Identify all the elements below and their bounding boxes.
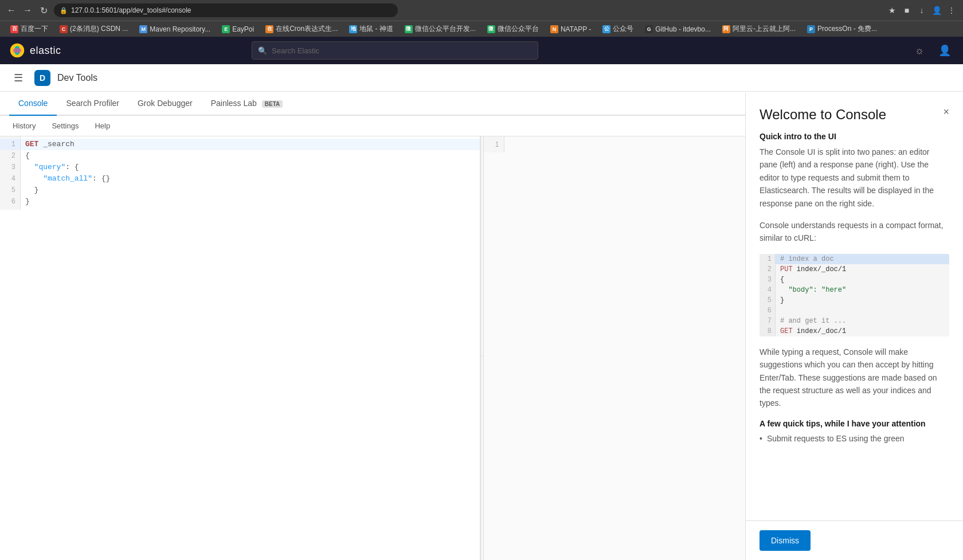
back-button[interactable]: ← — [6, 5, 17, 16]
tab-search-profiler[interactable]: Search Profiler — [57, 92, 128, 116]
bookmark-baidu[interactable]: 百 百度一下 — [6, 23, 53, 35]
bookmark-wechat-dev[interactable]: 微 微信公众平台开发... — [400, 23, 480, 35]
profile-button[interactable]: 👤 — [931, 5, 942, 16]
address-bar[interactable]: 🔒 127.0.0.1:5601/app/dev_tools#/console — [54, 3, 398, 17]
tip-bullet-1: Submit requests to ES using the green — [760, 433, 949, 445]
copy-as-curl-button[interactable]: 📋 — [463, 140, 475, 149]
bookmark-natapp[interactable]: N NATAPP - — [546, 24, 596, 34]
bookmark-dishu[interactable]: 地 地鼠 - 神道 — [345, 23, 398, 35]
elastic-logo[interactable]: elastic — [9, 42, 61, 58]
response-line-number-1: 1 — [484, 139, 504, 150]
bookmark-label: (2条消息) CSDN ... — [70, 24, 128, 34]
elastic-logo-icon — [9, 42, 25, 58]
code-line-2[interactable]: { — [21, 150, 480, 162]
bookmark-favicon: 百 — [10, 25, 18, 33]
welcome-panel-footer: Dismiss — [746, 520, 963, 560]
bookmark-wechat[interactable]: 微 微信公众平台 — [483, 23, 543, 35]
response-line-numbers: 1 — [484, 136, 504, 152]
cs-line-code: "body": "here" — [776, 285, 949, 295]
cs-line-num: 4 — [760, 285, 776, 295]
history-button[interactable]: History — [9, 119, 39, 132]
code-line-1[interactable]: GET _search ▶ 📋 — [21, 139, 480, 150]
search-bar[interactable]: 🔍 — [252, 41, 538, 60]
keyword-get: GET — [25, 139, 38, 150]
code-line-6[interactable]: } — [21, 196, 480, 207]
code-line-5[interactable]: } — [21, 185, 480, 196]
indent-sm — [25, 185, 34, 196]
code-sample-row-4: 4 "body": "here" — [760, 285, 949, 295]
bookmark-label: GitHub - itdevbo... — [655, 25, 711, 33]
cs-line-num: 7 — [760, 316, 776, 326]
download-button[interactable]: ↓ — [916, 5, 927, 16]
bookmark-favicon: C — [60, 25, 68, 33]
tab-painless-lab[interactable]: Painless Lab BETA — [202, 92, 292, 116]
brace-close: } — [25, 196, 30, 207]
typing-tip: While typing a request, Console will mak… — [760, 346, 949, 410]
line-number-2: 2 — [0, 150, 20, 162]
notifications-button[interactable]: ☼ — [910, 41, 929, 60]
code-sample: 1 # index a doc 2 PUT index/_doc/1 3 { 4… — [760, 254, 949, 336]
line-number-3: 3 — [0, 162, 20, 173]
bookmark-gongzhonghao[interactable]: 公 公众号 — [598, 23, 638, 35]
sidebar-toggle-button[interactable]: ☰ — [9, 69, 28, 87]
cs-line-code: # and get it ... — [776, 316, 949, 326]
tab-grok-debugger[interactable]: Grok Debugger — [128, 92, 202, 116]
code-line-3[interactable]: "query" : { — [21, 162, 480, 173]
extensions-button[interactable]: ■ — [901, 5, 913, 16]
tab-console[interactable]: Console — [9, 92, 57, 116]
line-numbers: 1 2 3 4 5 6 — [0, 136, 21, 210]
help-button[interactable]: Help — [91, 119, 113, 132]
bookmark-github[interactable]: G GitHub - itdevbo... — [640, 24, 715, 34]
user-menu-button[interactable]: 👤 — [935, 41, 954, 60]
bookmark-maven[interactable]: M Maven Repository... — [135, 24, 215, 34]
lock-icon: 🔒 — [60, 7, 68, 14]
code-sample-row-8: 8 GET index/_doc/1 — [760, 326, 949, 336]
bookmark-csdn[interactable]: C (2条消息) CSDN ... — [55, 23, 132, 35]
tip-text-1: Submit requests to ES using the green — [767, 433, 905, 445]
brace-open: { — [25, 150, 30, 162]
welcome-panel-close-button[interactable]: × — [943, 107, 949, 117]
browser-chrome: ← → ↻ 🔒 127.0.0.1:5601/app/dev_tools#/co… — [0, 0, 963, 21]
search-input[interactable] — [272, 46, 532, 55]
quick-intro-text: The Console UI is split into two panes: … — [760, 146, 949, 210]
bookmark-label: 在线Cron表达式生... — [276, 24, 338, 34]
bookmark-label: 公众号 — [613, 24, 633, 34]
code-sample-row-7: 7 # and get it ... — [760, 316, 949, 326]
bookmark-favicon: 地 — [349, 25, 357, 33]
bookmark-label: 阿里云-上云就上阿... — [733, 24, 796, 34]
code-lines[interactable]: GET _search ▶ 📋 { "query" : { — [21, 136, 480, 210]
bookmark-processon[interactable]: P ProcessOn - 免费... — [802, 23, 882, 35]
app-badge: D — [34, 70, 50, 86]
bookmark-label: EayPoi — [232, 25, 254, 33]
line-number-1: 1 — [0, 139, 20, 150]
cs-line-code: { — [776, 275, 949, 285]
editor-lines: 1 2 3 4 5 6 GET _search ▶ 📋 — [0, 136, 480, 210]
code-sample-row-1: 1 # index a doc — [760, 254, 949, 264]
app-title: Dev Tools — [57, 73, 97, 83]
editor-content[interactable]: 1 2 3 4 5 6 GET _search ▶ 📋 — [0, 136, 480, 560]
kibana-header: elastic 🔍 ☼ 👤 — [0, 37, 963, 64]
bookmark-cron[interactable]: 在 在线Cron表达式生... — [261, 23, 342, 35]
bookmark-eaypoi[interactable]: E EayPoi — [217, 24, 259, 34]
bookmark-star-button[interactable]: ★ — [886, 5, 898, 16]
key-match-all: "match_all" — [43, 173, 92, 185]
code-line-4[interactable]: "match_all" : {} — [21, 173, 480, 185]
code-sample-row-6: 6 — [760, 306, 949, 316]
code-sample-lines: 1 # index a doc 2 PUT index/_doc/1 3 { 4… — [760, 254, 949, 336]
run-button[interactable]: ▶ — [452, 140, 461, 149]
menu-button[interactable]: ⋮ — [946, 5, 957, 16]
bookmark-favicon: 在 — [265, 25, 273, 33]
code-sample-row-5: 5 } — [760, 295, 949, 306]
forward-button[interactable]: → — [22, 5, 33, 16]
settings-button[interactable]: Settings — [48, 119, 82, 132]
refresh-button[interactable]: ↻ — [38, 5, 49, 16]
cs-line-num: 2 — [760, 264, 776, 275]
elastic-logo-text: elastic — [30, 45, 61, 57]
key-query: "query" — [34, 162, 66, 173]
bookmark-favicon: 微 — [487, 25, 495, 33]
header-right: ☼ 👤 — [910, 41, 954, 60]
dismiss-button[interactable]: Dismiss — [760, 530, 811, 551]
colon: : { — [65, 162, 79, 173]
cs-line-num: 8 — [760, 326, 776, 336]
bookmark-aliyun[interactable]: 阿 阿里云-上云就上阿... — [718, 23, 800, 35]
